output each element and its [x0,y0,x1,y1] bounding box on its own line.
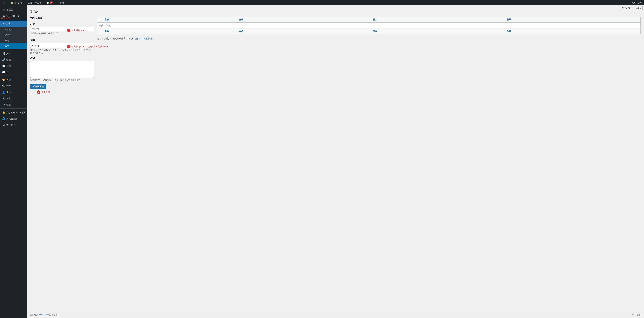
dashboard-icon: ⊞ [2,8,5,12]
admin-menu: ⊞ 仪表盘 ◉ 酱茹Free主题 ✎ 文章 所有文章 写文章 分类 标签 🖼 媒… [0,5,27,318]
menu-separator-1 [0,20,27,20]
sidebar-item-dashboard[interactable]: ⊞ 仪表盘 [0,7,27,13]
main-content: 标签 添加新标签 名称 名称是它在您网站上的显示方式。 2 输入标签名称 [27,5,644,318]
sidebar-item-login-popup-label: Login/Signup Popup [6,111,26,114]
sidebar-item-theme[interactable]: ◉ 酱茹Free主题 [0,13,27,19]
theme-icon: ◉ [2,14,5,18]
footer-credit: 感谢使用 WordPress 进行创作。 [30,313,59,316]
sidebar-item-tencent-label: 腾讯云设置 [6,117,17,120]
help-button[interactable]: 帮助 ▾ [634,6,643,10]
tags-table: 名称 描述 别名 总数 [97,17,641,35]
sidebar-item-collapse[interactable]: ◀ 收起菜单 [0,122,27,128]
sidebar-item-tools[interactable]: 🔧 工具 [0,95,27,102]
media-icon: 🖼 [2,52,5,55]
pages-icon: 📄 [2,64,5,68]
header-count-label: 总数 [507,18,511,21]
help-chevron-icon: ▾ [640,7,641,9]
sidebar-item-login-popup[interactable]: 🔒 Login/Signup Popup [0,109,27,116]
theme-button[interactable]: 酱茹Free主题 [27,0,42,5]
sidebar-item-pages[interactable]: 📄 页面 [0,63,27,69]
footer-wp-link[interactable]: WordPress [39,314,49,316]
sidebar-item-settings[interactable]: ⚙ 设置 [0,102,27,108]
annotation-4: 4 点击保存 [37,91,94,94]
name-input[interactable] [30,27,94,31]
slug-label: 别名 [30,39,94,42]
comments-icon: 💬 [2,70,5,74]
sidebar-item-categories[interactable]: 分类 [0,38,27,44]
tencent-icon: 🌐 [2,117,5,120]
new-label: + 新建 [58,1,64,4]
menu-separator-2 [0,50,27,50]
select-all-checkbox[interactable] [99,18,101,21]
help-label: 帮助 [636,7,640,10]
sidebar-item-settings-label: 设置 [6,103,11,106]
sidebar-item-theme-label: 酱茹Free主题 [6,15,20,18]
site-name-label: 鹿鸣九章 [14,1,23,4]
tags-layout: 添加新标签 名称 名称是它在您网站上的显示方式。 2 输入标签名称 别名 [30,17,641,94]
sidebar-item-categories-label: 分类 [5,39,9,42]
no-items-cell: 未找到标签。 [98,23,641,29]
sidebar-item-appearance[interactable]: 🎨 外观 [0,77,27,83]
sidebar-item-tencent[interactable]: 🌐 腾讯云设置 [0,116,27,122]
display-options-button[interactable]: 显示选项 ▾ [620,6,633,10]
submit-section: 添加新标签 [30,84,94,90]
sidebar-item-posts[interactable]: ✎ 文章 [0,21,27,27]
comments-button[interactable]: 💬 0 [45,0,54,5]
footer-select-all-checkbox[interactable] [99,30,101,32]
name-field-section: 名称 名称是它在您网站上的显示方式。 [30,23,94,35]
description-textarea[interactable] [30,61,94,78]
user-greeting: 您好，yoyo [632,1,643,4]
sidebar-item-users[interactable]: 👤 用户 [0,89,27,95]
description-field-section: 描述 默认情况下，描述不突出；但是，某些主题可能会显示它。 [30,57,94,82]
sidebar-item-all-posts[interactable]: 所有文章 [0,27,27,33]
display-options-chevron-icon: ▾ [631,7,632,9]
menu-separator-3 [0,76,27,76]
header-slug-col: 别名 [371,17,505,23]
no-items-row: 未找到标签。 [98,23,641,29]
settings-icon: ⚙ [2,103,5,106]
table-footer-row: 名称 描述 别名 总数 [98,29,641,35]
sidebar-item-links-label: 链接 [6,58,11,61]
header-name-label: 名称 [105,18,109,21]
name-description: 名称是它在您网站上的显示方式。 [30,32,94,35]
sidebar-item-write-post[interactable]: 写文章 [0,33,27,38]
sidebar-item-media[interactable]: 🖼 媒体 [0,50,27,57]
sidebar-item-media-label: 媒体 [6,52,11,55]
slug-input[interactable] [30,43,94,48]
sidebar-item-links[interactable]: 🔗 链接 [0,57,27,63]
slug-description: "slug"是名称的 URL 友好版本。它通常都是小写的，并且只包含字母、数字和… [30,49,94,54]
footer-checkbox-col [98,29,103,35]
comments-icon: 💬 [46,2,49,4]
sidebar-item-posts-label: 文章 [6,22,11,25]
footer-name-col: 名称 [103,29,237,35]
new-content-button[interactable]: + 新建 [57,0,66,5]
page-title: 标签 [30,9,641,14]
header-slug-label: 别名 [373,18,377,21]
theme-label: 酱茹Free主题 [28,1,41,4]
display-options-label: 显示选项 [622,7,630,10]
users-icon: 👤 [2,91,5,94]
name-label: 名称 [30,23,94,26]
annotation-circle-4: 4 [37,91,40,94]
footer-slug-col: 别名 [371,29,505,35]
sidebar-item-comments[interactable]: 💬 评论 [0,69,27,75]
site-name-button[interactable]: 🏠 鹿鸣九章 [9,0,24,5]
slug-field-section: 别名 "slug"是名称的 URL 友好版本。它通常都是小写的，并且只包含字母、… [30,39,94,54]
wp-logo-button[interactable]: ⊞ [1,0,6,5]
footer-desc-col: 描述 [237,29,371,35]
sidebar-item-tags[interactable]: 标签 [0,43,27,49]
header-checkbox-col [98,17,103,23]
annotation-text-4: 点击保存 [41,91,50,94]
add-tag-button[interactable]: 添加新标签 [30,84,46,90]
sidebar-item-plugins[interactable]: 🔌 插件 [0,83,27,89]
collapse-icon: ◀ [2,123,5,127]
sidebar-item-plugins-label: 插件 [6,85,11,88]
tag-converter-info: 标签可以选择性地转换成分类，请使用 分类与标签转换器 。 [97,37,641,40]
tag-converter-link[interactable]: 分类与标签转换器 [135,37,152,40]
comments-count: 0 [50,1,53,4]
footer-count-label: 总数 [507,30,511,33]
admin-bar: ⊞ 🏠 鹿鸣九章 酱茹Free主题 💬 0 + 新建 您好，yoyo [0,0,644,5]
sidebar-item-appearance-label: 外观 [6,78,11,81]
sidebar-item-users-label: 用户 [6,91,11,94]
appearance-icon: 🎨 [2,78,5,82]
